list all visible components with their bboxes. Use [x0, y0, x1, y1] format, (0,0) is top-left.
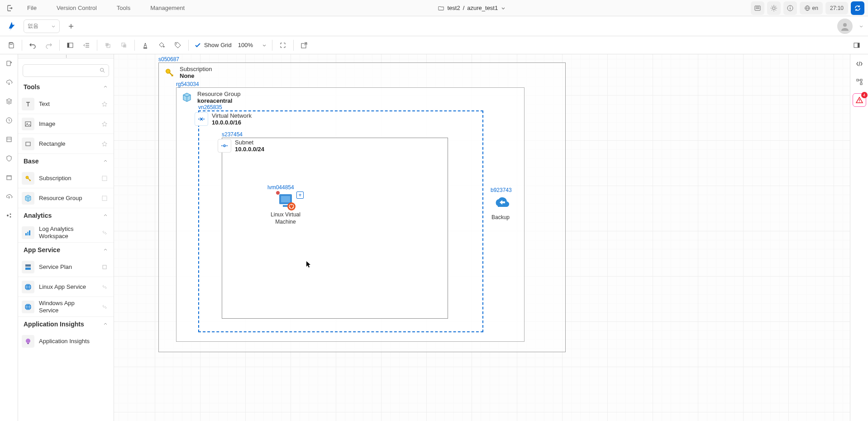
fill-color-icon[interactable]	[154, 38, 169, 53]
package-icon[interactable]	[3, 171, 15, 184]
tool-app-insights[interactable]: Application Insights	[18, 331, 114, 351]
vm-node[interactable]: + Linux Virtual Machine	[267, 191, 304, 225]
tool-linux-app[interactable]: Linux App Service	[18, 277, 114, 297]
tool-text[interactable]: Text	[18, 94, 114, 114]
section-analytics[interactable]: Analytics	[18, 208, 114, 223]
chevron-down-icon[interactable]	[859, 24, 863, 29]
cloud-upload-icon[interactable]	[3, 190, 15, 203]
server-icon	[22, 261, 34, 273]
user-avatar[interactable]	[837, 19, 853, 34]
undo-icon[interactable]	[25, 38, 40, 53]
section-app-insights[interactable]: Application Insights	[18, 317, 114, 331]
section-tools[interactable]: Tools	[18, 80, 114, 94]
panel-icon[interactable]	[751, 1, 764, 15]
star-icon[interactable]	[99, 99, 110, 110]
link-icon[interactable]	[99, 301, 110, 312]
backup-node[interactable]: Backup	[482, 194, 519, 221]
chevron-down-icon[interactable]	[501, 5, 506, 11]
bring-front-icon[interactable]	[100, 38, 115, 53]
vm-id-label[interactable]: lvm044854	[267, 184, 294, 191]
tool-resource-group[interactable]: Resource Group	[18, 188, 114, 208]
outdent-icon[interactable]	[79, 38, 94, 53]
tree-icon[interactable]	[853, 75, 866, 89]
group-icon[interactable]	[99, 173, 110, 184]
rectangle-icon	[22, 138, 34, 150]
sidebar-drag-handle[interactable]	[18, 54, 114, 59]
rg-id-label[interactable]: rg543034	[176, 81, 199, 87]
breadcrumb[interactable]: test2 / azure_test1	[194, 5, 751, 11]
variant-dropdown[interactable]: 없음	[24, 19, 60, 33]
warnings-button[interactable]: 4	[853, 93, 866, 107]
text-color-icon[interactable]	[138, 38, 153, 53]
menu-tools[interactable]: Tools	[108, 2, 139, 14]
right-panel-toggle-icon[interactable]	[849, 38, 864, 53]
vnet-header: Virtual Network 10.0.0.0/16	[191, 110, 482, 129]
azure-logo-icon[interactable]	[5, 19, 19, 33]
save-icon[interactable]	[4, 38, 19, 53]
misc-icon[interactable]	[3, 209, 15, 222]
svg-rect-14	[790, 8, 790, 10]
menu-management[interactable]: Management	[141, 2, 194, 14]
box-icon[interactable]	[99, 262, 110, 273]
menu-version-control[interactable]: Version Control	[48, 2, 106, 14]
svg-rect-1	[756, 7, 759, 7]
zoom-control[interactable]: 100%	[235, 42, 269, 48]
share-icon[interactable]	[3, 57, 15, 70]
star-icon[interactable]	[99, 139, 110, 149]
export-icon[interactable]	[296, 38, 312, 53]
svg-line-11	[775, 6, 776, 7]
add-button[interactable]	[64, 19, 78, 33]
tool-label: Windows App Service	[39, 300, 95, 314]
tool-service-plan[interactable]: Service Plan	[18, 257, 114, 277]
svg-point-76	[859, 101, 860, 102]
link-icon[interactable]	[99, 282, 110, 292]
search-icon[interactable]	[99, 67, 105, 73]
svg-rect-53	[103, 265, 106, 269]
add-connection-button[interactable]: +	[296, 191, 304, 199]
history-icon[interactable]	[3, 114, 15, 127]
section-base[interactable]: Base	[18, 154, 114, 168]
subnet-container[interactable]: Subnet 10.0.0.0/24 lvm044854	[222, 138, 448, 319]
tag-icon[interactable]	[170, 38, 186, 53]
redo-icon[interactable]	[41, 38, 57, 53]
svg-point-69	[291, 205, 292, 206]
tool-rectangle[interactable]: Rectangle	[18, 134, 114, 154]
search-input[interactable]	[23, 64, 109, 77]
tool-image[interactable]: Image	[18, 114, 114, 134]
section-app-service[interactable]: App Service	[18, 243, 114, 257]
sync-button[interactable]	[851, 1, 864, 15]
info-icon[interactable]	[783, 1, 797, 15]
backup-id-label[interactable]: b923743	[491, 187, 512, 193]
svg-point-71	[292, 207, 293, 208]
show-grid-toggle[interactable]: Show Grid	[191, 42, 234, 49]
canvas[interactable]: s050687 Subscription None rg543034 Resou…	[114, 54, 850, 421]
main-area: Tools Text Image Rectangle Base	[0, 54, 868, 421]
vnet-container[interactable]: Virtual Network 10.0.0.0/16 s237454 Subn…	[198, 110, 483, 332]
shield-icon[interactable]	[3, 152, 15, 165]
theme-icon[interactable]	[767, 1, 781, 15]
group-icon[interactable]	[99, 193, 110, 204]
fullscreen-icon[interactable]	[275, 38, 291, 53]
vm-label: Linux Virtual Machine	[267, 211, 304, 225]
resource-group-container[interactable]: Resource Group koreacentral vn265835 Vir…	[176, 87, 525, 342]
subscription-container[interactable]: Subscription None rg543034 Resource Grou…	[158, 62, 566, 352]
tool-subscription[interactable]: Subscription	[18, 168, 114, 188]
exit-icon[interactable]	[4, 2, 16, 14]
subscription-id-label[interactable]: s050687	[158, 56, 179, 62]
star-icon[interactable]	[99, 119, 110, 129]
section-label: Tools	[24, 83, 40, 91]
send-back-icon[interactable]	[116, 38, 132, 53]
left-rail	[0, 54, 18, 421]
subscription-title: Subscription	[180, 66, 212, 72]
svg-point-39	[10, 216, 11, 218]
database-icon[interactable]	[3, 133, 15, 146]
tool-log-analytics[interactable]: Log Analytics Workspace	[18, 223, 114, 243]
link-icon[interactable]	[99, 227, 110, 238]
sidepanel-icon[interactable]	[62, 38, 78, 53]
language-selector[interactable]: en	[800, 2, 823, 14]
cloud-download-icon[interactable]	[3, 76, 15, 89]
code-icon[interactable]	[853, 57, 866, 71]
layers-icon[interactable]	[3, 95, 15, 108]
menu-file[interactable]: File	[18, 2, 46, 14]
tool-windows-app[interactable]: Windows App Service	[18, 297, 114, 317]
